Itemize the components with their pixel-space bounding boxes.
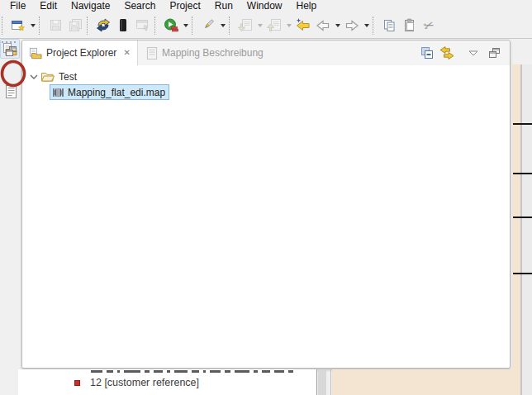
pen-tool-button[interactable]	[198, 16, 218, 36]
checkin-document-icon	[237, 18, 254, 32]
checkout-document-button	[264, 16, 284, 36]
menu-file[interactable]: File	[3, 0, 33, 12]
toolbar-separator	[87, 17, 91, 35]
save-all-button	[65, 16, 85, 36]
pen-tool-icon	[201, 18, 216, 32]
view-toolbar	[420, 40, 500, 65]
copy-button[interactable]	[379, 16, 399, 36]
close-icon[interactable]: ✕	[123, 49, 130, 57]
project-label: Test	[59, 71, 77, 83]
tree-item-map-file[interactable]: Mapping_flat_edi.map	[50, 84, 510, 100]
new-wizard-button[interactable]	[8, 16, 28, 36]
paste-button[interactable]	[399, 16, 419, 36]
tree-item-project[interactable]: Test	[29, 69, 510, 84]
last-edit-location-button[interactable]	[293, 16, 313, 36]
tree-item-customer-reference[interactable]: 12 [customer reference]	[74, 377, 199, 388]
minimize-restore-button[interactable]	[489, 48, 500, 58]
mapping-canvas-bottom	[332, 369, 520, 395]
run-icon	[164, 18, 178, 32]
run-button[interactable]	[161, 16, 181, 36]
forward-dropdown[interactable]	[362, 16, 371, 36]
device-console-icon	[116, 18, 130, 32]
tab-project-explorer[interactable]: Project Explorer ✕	[22, 40, 138, 65]
copy-icon	[382, 19, 397, 32]
rail-outline-button[interactable]	[2, 85, 19, 98]
toolbar-separator	[192, 17, 196, 35]
collapse-all-icon	[420, 46, 434, 59]
bottom-panel: 12 [customer reference]	[18, 369, 316, 395]
back-icon	[316, 19, 330, 32]
document-icon	[146, 47, 158, 59]
back-dropdown[interactable]	[333, 16, 342, 36]
menu-run[interactable]: Run	[208, 0, 240, 12]
toolbar-grip	[2, 17, 6, 35]
outline-document-icon	[5, 85, 17, 98]
tab-mapping-beschreibung[interactable]: Mapping Beschreibung	[140, 40, 274, 65]
checkout-document-dropdown	[284, 16, 293, 36]
forward-button[interactable]	[342, 16, 362, 36]
project-tree: Test Mapping_flat_edi.map	[22, 65, 510, 368]
clipped-text-row	[91, 369, 314, 374]
back-button[interactable]	[313, 16, 333, 36]
view-tab-bar: Project Explorer ✕ Mapping Beschreibung	[22, 40, 510, 65]
forward-icon	[344, 19, 359, 32]
scrollbar[interactable]	[318, 370, 326, 395]
menu-project[interactable]: Project	[163, 0, 207, 12]
rail-grip[interactable]	[2, 41, 18, 44]
map-file-label: Mapping_flat_edi.map	[68, 87, 165, 98]
collapse-all-button[interactable]	[420, 46, 434, 59]
tab-label: Project Explorer	[46, 47, 116, 59]
export-wizard-icon	[135, 18, 151, 32]
project-explorer-panel: Project Explorer ✕ Mapping Beschreibung	[21, 40, 511, 369]
menu-window[interactable]: Window	[240, 0, 290, 12]
menu-bar: File Edit Navigate Search Project Run Wi…	[0, 0, 532, 12]
field-label: 12 [customer reference]	[90, 377, 199, 388]
save-button	[45, 16, 65, 36]
restore-views-icon	[6, 46, 17, 56]
project-explorer-icon	[29, 47, 42, 59]
export-wizard-button	[133, 16, 153, 36]
new-wizard-dropdown[interactable]	[28, 16, 37, 36]
synchronize-icon	[95, 18, 112, 32]
mapping-connection-lines	[513, 64, 532, 395]
tab-label: Mapping Beschreibung	[162, 47, 264, 59]
device-console-button[interactable]	[113, 16, 133, 36]
run-dropdown[interactable]	[181, 16, 190, 36]
paste-icon	[402, 18, 416, 32]
save-icon	[49, 18, 63, 32]
pen-tool-dropdown[interactable]	[218, 16, 227, 36]
chevron-down-icon[interactable]	[29, 73, 39, 81]
eclipse-window: File Edit Navigate Search Project Run Wi…	[0, 0, 532, 395]
minimized-view-rail	[0, 39, 20, 395]
view-menu-button[interactable]	[468, 50, 478, 56]
menu-navigate[interactable]: Navigate	[64, 0, 117, 12]
toolbar-separator	[154, 17, 159, 35]
menu-search[interactable]: Search	[117, 0, 163, 12]
cut-button[interactable]: ✂	[419, 16, 439, 36]
menu-edit[interactable]: Edit	[33, 0, 64, 12]
checkin-document-dropdown	[255, 16, 264, 36]
panel-divider	[316, 369, 317, 395]
cut-icon: ✂	[421, 17, 436, 34]
menu-help[interactable]: Help	[290, 0, 325, 12]
selection-highlight: Mapping_flat_edi.map	[50, 84, 169, 100]
panel-divider	[330, 369, 331, 395]
synchronize-button[interactable]	[93, 16, 113, 36]
checkout-document-icon	[266, 18, 283, 32]
map-file-icon	[52, 87, 64, 98]
restore-views-button[interactable]	[2, 46, 19, 56]
link-with-editor-button[interactable]	[439, 45, 454, 60]
last-edit-location-icon	[296, 18, 311, 32]
link-with-editor-icon	[439, 45, 454, 60]
toolbar-separator	[229, 17, 233, 35]
toolbar-separator	[39, 17, 43, 35]
restore-icon	[489, 48, 500, 58]
main-toolbar: ✂	[0, 12, 532, 38]
new-wizard-icon	[11, 19, 26, 32]
save-all-icon	[68, 18, 83, 32]
view-menu-icon	[468, 50, 478, 56]
toolbar-separator	[373, 17, 377, 35]
open-folder-icon	[40, 70, 55, 83]
toolbar-divider	[0, 38, 532, 39]
red-square-marker	[74, 380, 80, 386]
